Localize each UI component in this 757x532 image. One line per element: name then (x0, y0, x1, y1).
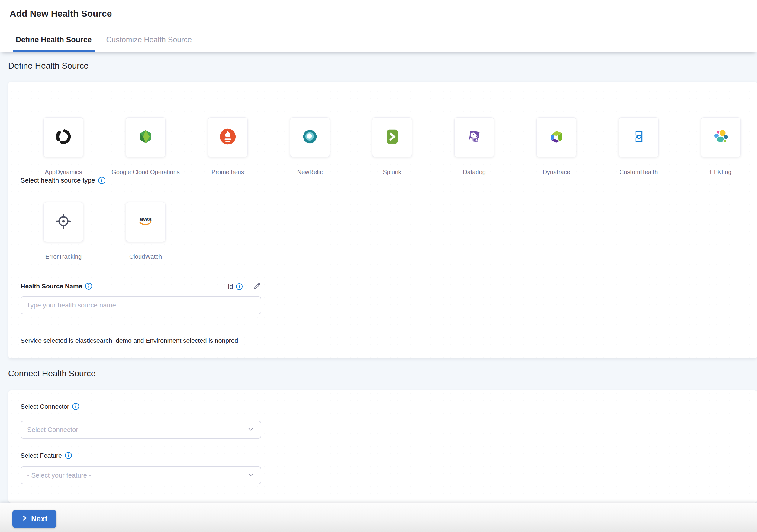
drawer-footer: Next (0, 503, 757, 532)
source-tile-google-cloud-operations[interactable]: Google Cloud Operations (126, 117, 165, 175)
customhealth-icon (629, 127, 648, 147)
dynatrace-icon (547, 127, 566, 147)
feature-select[interactable]: - Select your feature - (20, 466, 261, 484)
elklog-icon (712, 127, 730, 147)
define-health-source-card: Select health source type AppDynamics (9, 81, 757, 359)
connector-select-value: Select Connector (27, 426, 78, 434)
tab-bar: Define Health Source Customize Health So… (0, 27, 757, 52)
splunk-icon (383, 127, 402, 147)
source-tile-newrelic[interactable]: NewRelic (290, 117, 330, 175)
define-section-heading: Define Health Source (8, 61, 88, 71)
id-label: Id (228, 283, 233, 290)
connect-health-source-card (9, 390, 757, 503)
feature-select-value: - Select your feature - (27, 472, 91, 480)
source-tile-customhealth[interactable]: CustomHealth (619, 117, 658, 175)
datadog-icon (465, 127, 484, 147)
source-tile-datadog[interactable]: Datadog (455, 117, 494, 175)
connect-section-heading: Connect Health Source (8, 369, 96, 378)
source-tile-errortracking[interactable]: ErrorTracking (44, 202, 83, 260)
next-button[interactable]: Next (13, 510, 56, 528)
tab-define-health-source[interactable]: Define Health Source (13, 27, 95, 52)
select-connector-label: Select Connector (20, 403, 79, 410)
svg-text:aws: aws (139, 215, 152, 223)
info-icon[interactable] (98, 176, 106, 184)
chevron-right-icon (21, 515, 27, 523)
health-source-name-label: Health Source Name (20, 282, 92, 290)
chevron-down-icon (247, 471, 255, 480)
info-icon[interactable] (65, 452, 72, 459)
health-source-name-input[interactable] (20, 296, 261, 314)
info-icon[interactable] (72, 403, 79, 410)
source-tile-splunk[interactable]: Splunk (373, 117, 412, 175)
errortracking-icon (54, 212, 73, 232)
source-tile-appdynamics[interactable]: AppDynamics (44, 117, 83, 175)
id-row: Id : (228, 282, 261, 291)
chevron-down-icon (247, 425, 255, 434)
prometheus-icon (218, 127, 237, 147)
appdynamics-icon (54, 127, 73, 147)
source-tile-cloudwatch[interactable]: aws CloudWatch (126, 202, 165, 260)
edit-pencil-icon[interactable] (253, 282, 261, 291)
tab-customize-health-source[interactable]: Customize Health Source (103, 27, 195, 52)
info-icon[interactable] (85, 282, 92, 290)
source-tile-prometheus[interactable]: Prometheus (208, 117, 247, 175)
google-cloud-operations-icon (136, 127, 155, 147)
aws-cloudwatch-icon: aws (136, 212, 155, 232)
source-type-row-1: AppDynamics Google Cloud Operations (44, 117, 741, 175)
select-health-source-type-label: Select health source type (20, 176, 106, 184)
source-type-row-2: ErrorTracking aws CloudWatch (44, 202, 165, 260)
id-colon: : (245, 283, 247, 290)
select-feature-label: Select Feature (20, 452, 72, 459)
service-environment-note: Service selected is elasticsearch_demo a… (20, 337, 238, 344)
page-title: Add New Health Source (10, 9, 112, 19)
connector-select[interactable]: Select Connector (20, 421, 261, 439)
source-tile-elklog[interactable]: ELKLog (701, 117, 741, 175)
newrelic-icon (301, 127, 319, 147)
drawer-header: Add New Health Source (0, 0, 757, 27)
source-tile-dynatrace[interactable]: Dynatrace (537, 117, 576, 175)
info-icon[interactable] (236, 283, 243, 290)
